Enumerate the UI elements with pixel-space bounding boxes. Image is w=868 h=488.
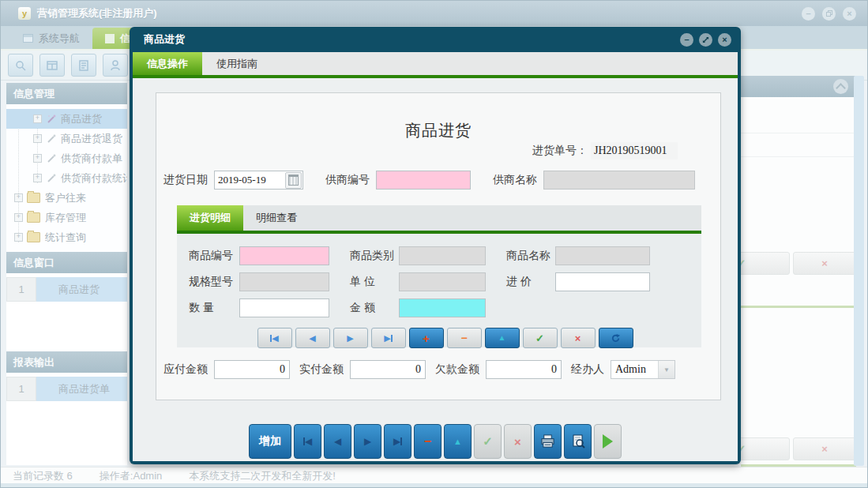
tree-item-goods-purchase[interactable]: + 商品进货 xyxy=(6,109,127,129)
tree-item-supplier-payment-stats[interactable]: + 供货商付款统计 xyxy=(6,168,127,188)
window-close-button[interactable]: × xyxy=(843,7,856,21)
edit-record-button[interactable]: ▲ xyxy=(485,328,520,348)
tab-user-guide[interactable]: 使用指南 xyxy=(202,52,272,75)
confirm-record-button[interactable]: ✓ xyxy=(523,328,558,348)
window-minimize-button[interactable]: – xyxy=(802,7,815,21)
wand-icon xyxy=(46,114,57,125)
check-icon: ✓ xyxy=(535,333,544,343)
supplier-name-label: 供商名称 xyxy=(493,173,537,187)
confirm-button[interactable]: ✓ xyxy=(474,424,502,459)
dialog-minimize-button[interactable]: – xyxy=(680,33,693,47)
spec-input xyxy=(239,272,329,291)
scrollbar[interactable] xyxy=(854,76,864,466)
last-record-button[interactable]: ▶ xyxy=(371,328,406,348)
window-restore-button[interactable] xyxy=(822,7,836,21)
next-button[interactable]: ▶ xyxy=(354,424,381,459)
grid-icon xyxy=(105,34,115,43)
cross-icon: × xyxy=(575,333,581,343)
arrears-value: 0 xyxy=(486,360,562,379)
cancel-button-bg[interactable]: × xyxy=(793,252,856,275)
arrears-label: 欠款金额 xyxy=(435,362,479,377)
tree-expand-icon[interactable]: + xyxy=(33,154,42,163)
dialog-titlebar: 商品进货 – × xyxy=(133,27,738,52)
info-window-row[interactable]: 1 商品进货 xyxy=(6,277,127,302)
report-row[interactable]: 1 商品进货单 xyxy=(6,377,127,401)
cancel-record-button[interactable]: × xyxy=(561,328,596,348)
payable-label: 应付金额 xyxy=(163,362,208,377)
dialog-close-button[interactable]: × xyxy=(718,33,731,47)
last-icon: ▶ xyxy=(393,437,400,446)
window-view-button[interactable] xyxy=(39,54,65,77)
sidebar-panel-info-header[interactable]: 信息管理 xyxy=(6,83,127,104)
product-code-input[interactable] xyxy=(239,246,329,265)
last-icon: ▶ xyxy=(384,334,390,343)
paid-input[interactable]: 0 xyxy=(350,360,426,379)
prev-record-button[interactable]: ◀ xyxy=(295,328,330,348)
row-label[interactable]: 商品进货单 xyxy=(36,377,127,401)
product-name-input xyxy=(555,246,650,265)
quantity-input[interactable] xyxy=(239,298,329,317)
unit-label: 单 位 xyxy=(350,275,399,289)
tab-purchase-detail[interactable]: 进货明细 xyxy=(177,205,243,231)
tree-item-stats-query[interactable]: + 统计查询 xyxy=(6,227,127,247)
tab-system-nav[interactable]: 系统导航 xyxy=(10,28,92,49)
last-button[interactable]: ▶ xyxy=(384,424,411,459)
cancel-button[interactable]: × xyxy=(504,424,532,459)
tree-item-customer-contacts[interactable]: + 客户往来 xyxy=(6,188,127,208)
tree-expand-icon[interactable]: + xyxy=(33,174,42,182)
collapse-button[interactable] xyxy=(833,79,848,94)
calendar-icon xyxy=(288,175,299,186)
cancel-button-bg[interactable]: × xyxy=(793,437,856,460)
tree-item-supplier-payment[interactable]: + 供货商付款单 xyxy=(6,148,127,168)
sidebar-panel-reports-header[interactable]: 报表输出 xyxy=(6,351,127,373)
sidebar-panel-windows-header[interactable]: 信息窗口 xyxy=(6,252,127,273)
amount-input xyxy=(399,298,486,317)
tree-item-purchase-return[interactable]: + 商品进货退货 xyxy=(6,129,127,148)
tree-expand-icon[interactable]: + xyxy=(14,233,23,242)
plus-icon: + xyxy=(423,332,430,344)
tree-expand-icon[interactable]: + xyxy=(33,134,42,143)
add-record-button[interactable]: + xyxy=(409,328,444,348)
dialog-title: 商品进货 xyxy=(144,32,185,47)
print-preview-button[interactable] xyxy=(564,424,592,459)
supplier-code-input[interactable] xyxy=(376,171,471,190)
tab-info-operate[interactable]: 信息操作 xyxy=(133,52,202,75)
price-input[interactable] xyxy=(555,272,650,291)
print-button[interactable] xyxy=(534,424,562,459)
user-button[interactable] xyxy=(103,54,128,77)
next-record-button[interactable]: ▶ xyxy=(333,328,368,348)
cross-icon: × xyxy=(821,257,828,269)
tab-detail-view[interactable]: 明细查看 xyxy=(243,205,310,231)
document-button[interactable] xyxy=(71,54,96,77)
order-no-value: JH20190519001 xyxy=(591,142,678,160)
window-title: 营销管理系统(非注册用户) xyxy=(37,6,157,21)
prev-button[interactable]: ◀ xyxy=(324,424,351,459)
delete-record-button[interactable]: − xyxy=(447,328,482,348)
tree-expand-icon[interactable]: + xyxy=(33,114,42,123)
calendar-button[interactable] xyxy=(285,172,302,189)
search-button[interactable] xyxy=(8,54,33,77)
first-record-button[interactable]: ◀ xyxy=(257,328,292,348)
first-button[interactable]: ◀ xyxy=(294,424,321,459)
handler-label: 经办人 xyxy=(571,362,604,377)
search-icon xyxy=(14,59,27,72)
delete-button[interactable]: − xyxy=(414,424,442,459)
main-titlebar: y 营销管理系统(非注册用户) – × xyxy=(1,1,867,26)
row-label[interactable]: 商品进货 xyxy=(36,277,127,302)
window-icon xyxy=(23,34,33,43)
refresh-record-button[interactable] xyxy=(599,328,633,348)
handler-select[interactable]: Admin ▼ xyxy=(611,360,675,379)
run-button[interactable] xyxy=(594,424,622,459)
restore-icon xyxy=(826,10,832,17)
tree-item-inventory-management[interactable]: + 库存管理 xyxy=(6,208,127,227)
date-field[interactable]: 2019-05-19 xyxy=(214,171,303,190)
tree-expand-icon[interactable]: + xyxy=(14,213,23,222)
cross-icon: × xyxy=(821,443,828,455)
tree-expand-icon[interactable]: + xyxy=(14,193,23,202)
add-button[interactable]: 增加 xyxy=(249,424,291,459)
dialog-resize-button[interactable] xyxy=(699,33,712,47)
unit-input xyxy=(399,272,486,291)
prev-icon: ◀ xyxy=(309,334,315,343)
edit-button[interactable]: ▲ xyxy=(444,424,472,459)
minus-icon: − xyxy=(460,332,467,343)
